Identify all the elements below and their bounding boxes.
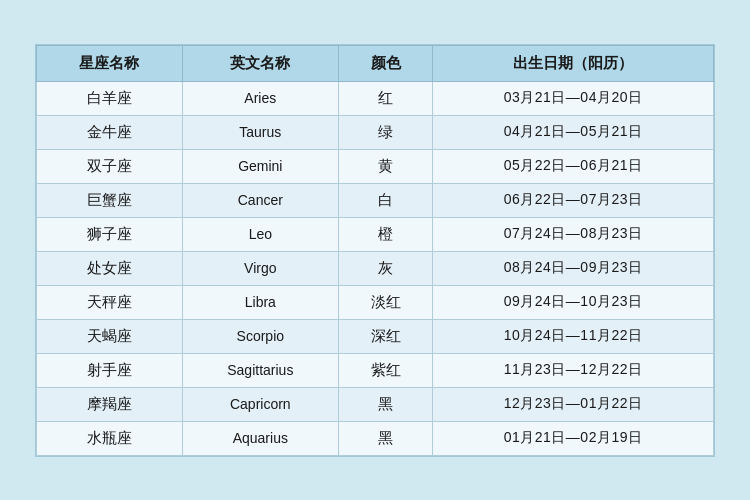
cell-color: 黄 xyxy=(338,149,432,183)
cell-chinese-name: 天秤座 xyxy=(37,285,183,319)
cell-dates: 06月22日—07月23日 xyxy=(433,183,714,217)
cell-color: 黑 xyxy=(338,421,432,455)
cell-english-name: Sagittarius xyxy=(182,353,338,387)
table-row: 双子座Gemini黄05月22日—06月21日 xyxy=(37,149,714,183)
cell-english-name: Aquarius xyxy=(182,421,338,455)
table-row: 射手座Sagittarius紫红11月23日—12月22日 xyxy=(37,353,714,387)
header-chinese-name: 星座名称 xyxy=(37,45,183,81)
cell-english-name: Leo xyxy=(182,217,338,251)
header-dates: 出生日期（阳历） xyxy=(433,45,714,81)
cell-chinese-name: 金牛座 xyxy=(37,115,183,149)
cell-chinese-name: 射手座 xyxy=(37,353,183,387)
cell-chinese-name: 水瓶座 xyxy=(37,421,183,455)
cell-chinese-name: 摩羯座 xyxy=(37,387,183,421)
table-row: 狮子座Leo橙07月24日—08月23日 xyxy=(37,217,714,251)
cell-color: 黑 xyxy=(338,387,432,421)
cell-english-name: Scorpio xyxy=(182,319,338,353)
table-row: 金牛座Taurus绿04月21日—05月21日 xyxy=(37,115,714,149)
cell-dates: 01月21日—02月19日 xyxy=(433,421,714,455)
cell-color: 灰 xyxy=(338,251,432,285)
cell-chinese-name: 双子座 xyxy=(37,149,183,183)
cell-english-name: Capricorn xyxy=(182,387,338,421)
cell-chinese-name: 白羊座 xyxy=(37,81,183,115)
table-row: 摩羯座Capricorn黑12月23日—01月22日 xyxy=(37,387,714,421)
cell-english-name: Virgo xyxy=(182,251,338,285)
table-row: 白羊座Aries红03月21日—04月20日 xyxy=(37,81,714,115)
cell-english-name: Aries xyxy=(182,81,338,115)
cell-dates: 05月22日—06月21日 xyxy=(433,149,714,183)
cell-english-name: Cancer xyxy=(182,183,338,217)
cell-color: 紫红 xyxy=(338,353,432,387)
header-english-name: 英文名称 xyxy=(182,45,338,81)
cell-color: 白 xyxy=(338,183,432,217)
table-row: 处女座Virgo灰08月24日—09月23日 xyxy=(37,251,714,285)
cell-english-name: Gemini xyxy=(182,149,338,183)
zodiac-table-container: 星座名称 英文名称 颜色 出生日期（阳历） 白羊座Aries红03月21日—04… xyxy=(35,44,715,457)
cell-dates: 04月21日—05月21日 xyxy=(433,115,714,149)
zodiac-table: 星座名称 英文名称 颜色 出生日期（阳历） 白羊座Aries红03月21日—04… xyxy=(36,45,714,456)
table-row: 天蝎座Scorpio深红10月24日—11月22日 xyxy=(37,319,714,353)
cell-dates: 07月24日—08月23日 xyxy=(433,217,714,251)
cell-color: 淡红 xyxy=(338,285,432,319)
cell-chinese-name: 狮子座 xyxy=(37,217,183,251)
cell-color: 绿 xyxy=(338,115,432,149)
cell-color: 深红 xyxy=(338,319,432,353)
cell-dates: 08月24日—09月23日 xyxy=(433,251,714,285)
cell-dates: 12月23日—01月22日 xyxy=(433,387,714,421)
cell-dates: 10月24日—11月22日 xyxy=(433,319,714,353)
cell-color: 红 xyxy=(338,81,432,115)
cell-chinese-name: 处女座 xyxy=(37,251,183,285)
table-row: 巨蟹座Cancer白06月22日—07月23日 xyxy=(37,183,714,217)
cell-chinese-name: 天蝎座 xyxy=(37,319,183,353)
cell-dates: 09月24日—10月23日 xyxy=(433,285,714,319)
cell-english-name: Taurus xyxy=(182,115,338,149)
cell-dates: 11月23日—12月22日 xyxy=(433,353,714,387)
cell-dates: 03月21日—04月20日 xyxy=(433,81,714,115)
table-row: 天秤座Libra淡红09月24日—10月23日 xyxy=(37,285,714,319)
cell-chinese-name: 巨蟹座 xyxy=(37,183,183,217)
cell-english-name: Libra xyxy=(182,285,338,319)
header-color: 颜色 xyxy=(338,45,432,81)
table-row: 水瓶座Aquarius黑01月21日—02月19日 xyxy=(37,421,714,455)
table-header-row: 星座名称 英文名称 颜色 出生日期（阳历） xyxy=(37,45,714,81)
cell-color: 橙 xyxy=(338,217,432,251)
